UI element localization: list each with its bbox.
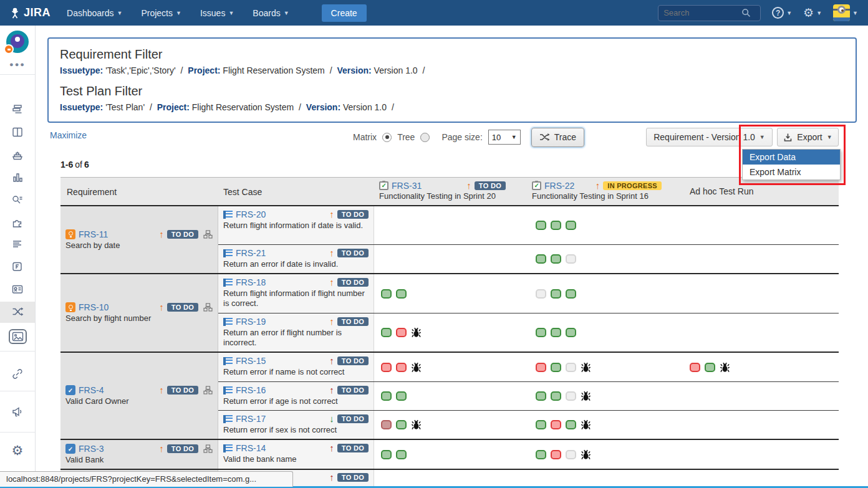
menu-boards[interactable]: Boards▼: [253, 8, 289, 18]
create-button[interactable]: Create: [322, 4, 367, 22]
profile-card-icon[interactable]: [0, 284, 35, 295]
test-run-status-green[interactable]: [566, 420, 576, 429]
test-run-status-green[interactable]: [396, 420, 407, 429]
admin-menu[interactable]: ⚙▼: [803, 7, 822, 19]
version-dropdown-button[interactable]: Requirement - Version 1.0 ▼: [646, 128, 773, 146]
board-icon[interactable]: [0, 127, 35, 138]
tree-radio[interactable]: [420, 133, 430, 142]
bug-icon[interactable]: [581, 362, 591, 373]
test-run-status-green[interactable]: [566, 221, 576, 230]
menu-item-export-matrix[interactable]: Export Matrix: [743, 165, 840, 179]
traceability-icon[interactable]: [0, 306, 35, 317]
test-run-status-green[interactable]: [381, 391, 392, 401]
test-case-key-link[interactable]: FRS-19: [236, 317, 266, 327]
bug-icon[interactable]: [581, 449, 591, 460]
test-case-key-link[interactable]: FRS-21: [236, 248, 266, 258]
jira-logo[interactable]: JIRA: [9, 6, 51, 19]
bug-icon[interactable]: [412, 327, 421, 338]
queue-icon[interactable]: [0, 104, 35, 115]
test-run-status-green[interactable]: [551, 254, 561, 264]
test-run-status-green[interactable]: [536, 254, 546, 264]
hierarchy-icon[interactable]: [203, 444, 213, 453]
issues-search-icon[interactable]: [0, 194, 35, 206]
megaphone-icon[interactable]: [0, 406, 35, 417]
hierarchy-icon[interactable]: [203, 230, 213, 239]
test-run-status-red[interactable]: [381, 363, 392, 372]
test-run-status-green[interactable]: [536, 328, 546, 337]
bug-icon[interactable]: [412, 362, 421, 373]
test-run-status-green[interactable]: [536, 221, 546, 230]
requirements-icon[interactable]: [0, 239, 35, 250]
releases-icon[interactable]: [0, 150, 35, 161]
menu-projects[interactable]: Projects▼: [141, 8, 181, 18]
matrix-radio[interactable]: [382, 133, 392, 142]
test-case-key-link[interactable]: FRS-14: [236, 443, 266, 453]
test-case-key-link[interactable]: FRS-18: [236, 277, 266, 287]
test-run-status-green[interactable]: [551, 289, 561, 299]
requirement-key-link[interactable]: FRS-3: [79, 444, 104, 454]
bug-icon[interactable]: [720, 362, 730, 373]
help-menu[interactable]: ?▼: [772, 7, 792, 19]
menu-issues[interactable]: Issues▼: [200, 8, 234, 18]
more-icon[interactable]: ●●●: [0, 60, 35, 68]
test-run-status-green[interactable]: [551, 391, 561, 401]
test-run-status-green[interactable]: [566, 289, 576, 299]
requirement-key-link[interactable]: FRS-4: [79, 385, 104, 395]
test-run-status-gray[interactable]: [566, 363, 576, 372]
maximize-link[interactable]: Maximize: [50, 130, 87, 140]
test-run-status-green[interactable]: [536, 391, 546, 401]
test-run-status-green[interactable]: [566, 328, 576, 337]
test-run-status-green[interactable]: [551, 363, 561, 372]
addons-icon[interactable]: [0, 217, 35, 228]
search-box[interactable]: [658, 5, 761, 21]
page-size-select[interactable]: 10 ▼: [488, 130, 521, 145]
user-menu[interactable]: ▼: [833, 4, 858, 21]
test-run-status-red[interactable]: [551, 420, 561, 429]
test-run-status-green[interactable]: [536, 420, 546, 429]
settings-gear-icon[interactable]: ⚙: [0, 444, 35, 457]
test-run-status-green[interactable]: [381, 328, 392, 337]
components-icon[interactable]: [0, 261, 35, 272]
hierarchy-icon[interactable]: [203, 303, 213, 312]
test-run-status-green[interactable]: [396, 450, 407, 459]
link-icon[interactable]: [0, 368, 35, 380]
test-run-status-gray[interactable]: [536, 289, 546, 299]
test-run-status-dullred[interactable]: [381, 420, 392, 429]
test-case-key-link[interactable]: FRS-16: [236, 385, 266, 395]
test-run-status-green[interactable]: [381, 289, 392, 299]
test-run-status-green[interactable]: [396, 391, 407, 401]
project-avatar[interactable]: [0, 31, 35, 53]
test-run-status-green[interactable]: [551, 221, 561, 230]
search-input[interactable]: [663, 8, 741, 17]
export-dropdown-button[interactable]: Export ▼: [777, 128, 839, 146]
test-run-status-green[interactable]: [381, 450, 392, 459]
test-run-status-red[interactable]: [396, 328, 407, 337]
menu-dashboards[interactable]: Dashboards▼: [67, 8, 122, 18]
test-run-status-green[interactable]: [396, 289, 407, 299]
test-case-key-link[interactable]: FRS-17: [236, 414, 266, 424]
menu-item-export-data[interactable]: Export Data: [743, 150, 840, 165]
test-run-status-red[interactable]: [396, 363, 407, 372]
reports-icon[interactable]: [0, 172, 35, 183]
test-case-key-link[interactable]: FRS-15: [236, 356, 266, 366]
test-run-status-red[interactable]: [551, 450, 561, 459]
test-run-status-red[interactable]: [536, 363, 546, 372]
media-icon[interactable]: [0, 329, 35, 344]
test-run-status-gray[interactable]: [566, 391, 576, 401]
test-run-status-red[interactable]: [690, 363, 700, 372]
test-run-status-gray[interactable]: [566, 450, 576, 459]
test-plan-key-link[interactable]: FRS-22: [544, 181, 574, 191]
bug-icon[interactable]: [581, 419, 591, 430]
requirement-key-link[interactable]: FRS-11: [79, 229, 108, 239]
test-case-key-link[interactable]: FRS-20: [236, 209, 266, 219]
test-run-status-gray[interactable]: [566, 254, 576, 264]
hierarchy-icon[interactable]: [203, 386, 213, 395]
test-run-status-green[interactable]: [705, 363, 715, 372]
test-run-status-green[interactable]: [551, 328, 561, 337]
bug-icon[interactable]: [412, 419, 421, 430]
test-run-status-green[interactable]: [536, 450, 546, 459]
test-plan-key-link[interactable]: FRS-31: [392, 181, 422, 191]
requirement-key-link[interactable]: FRS-10: [79, 302, 109, 312]
trace-button[interactable]: Trace: [531, 128, 584, 147]
bug-icon[interactable]: [581, 391, 591, 401]
